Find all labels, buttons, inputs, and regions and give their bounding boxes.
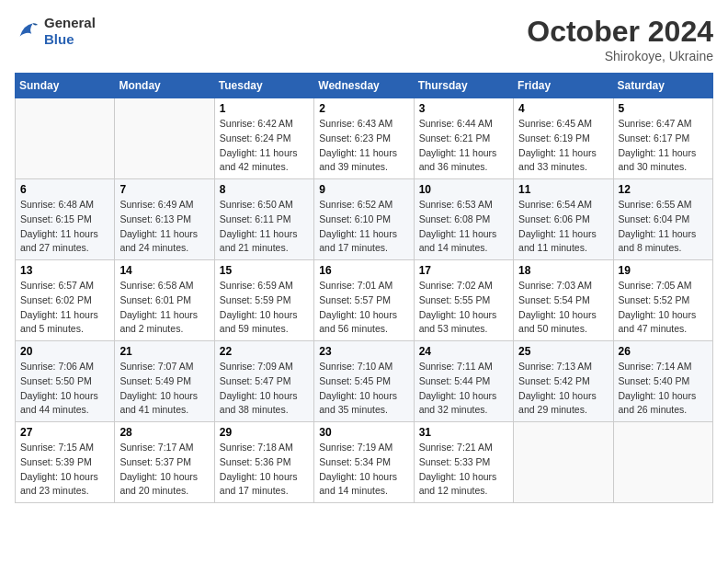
calendar-cell: 15Sunrise: 6:59 AM Sunset: 5:59 PM Dayli…	[214, 260, 313, 341]
calendar-cell: 9Sunrise: 6:52 AM Sunset: 6:10 PM Daylig…	[314, 179, 414, 260]
day-info: Sunrise: 7:07 AM Sunset: 5:49 PM Dayligh…	[119, 360, 209, 418]
calendar-week-row: 20Sunrise: 7:06 AM Sunset: 5:50 PM Dayli…	[16, 341, 713, 422]
day-number: 3	[419, 102, 508, 115]
day-number: 8	[220, 183, 309, 196]
day-number: 14	[119, 264, 209, 277]
day-info: Sunrise: 6:42 AM Sunset: 6:24 PM Dayligh…	[220, 117, 309, 175]
day-info: Sunrise: 6:44 AM Sunset: 6:21 PM Dayligh…	[419, 117, 508, 175]
day-info: Sunrise: 6:55 AM Sunset: 6:04 PM Dayligh…	[619, 198, 708, 256]
calendar-cell: 18Sunrise: 7:03 AM Sunset: 5:54 PM Dayli…	[514, 260, 613, 341]
day-info: Sunrise: 7:21 AM Sunset: 5:33 PM Dayligh…	[419, 441, 508, 499]
day-number: 11	[518, 183, 608, 196]
day-info: Sunrise: 6:47 AM Sunset: 6:17 PM Dayligh…	[619, 117, 708, 175]
calendar-cell: 11Sunrise: 6:54 AM Sunset: 6:06 PM Dayli…	[514, 179, 613, 260]
day-info: Sunrise: 7:09 AM Sunset: 5:47 PM Dayligh…	[220, 360, 309, 418]
day-number: 18	[518, 264, 608, 277]
day-number: 25	[518, 345, 608, 358]
day-number: 24	[419, 345, 508, 358]
calendar-cell: 21Sunrise: 7:07 AM Sunset: 5:49 PM Dayli…	[115, 341, 214, 422]
day-number: 31	[419, 426, 508, 439]
calendar-week-row: 1Sunrise: 6:42 AM Sunset: 6:24 PM Daylig…	[16, 98, 713, 179]
day-number: 28	[119, 426, 209, 439]
day-info: Sunrise: 7:14 AM Sunset: 5:40 PM Dayligh…	[619, 360, 708, 418]
day-number: 26	[619, 345, 708, 358]
calendar-cell: 20Sunrise: 7:06 AM Sunset: 5:50 PM Dayli…	[16, 341, 115, 422]
calendar-week-row: 27Sunrise: 7:15 AM Sunset: 5:39 PM Dayli…	[16, 422, 713, 503]
header-day: Sunday	[16, 74, 115, 98]
calendar-cell: 4Sunrise: 6:45 AM Sunset: 6:19 PM Daylig…	[514, 98, 613, 179]
day-info: Sunrise: 7:03 AM Sunset: 5:54 PM Dayligh…	[518, 279, 608, 337]
day-info: Sunrise: 6:43 AM Sunset: 6:23 PM Dayligh…	[319, 117, 408, 175]
day-number: 1	[220, 102, 309, 115]
header-row: SundayMondayTuesdayWednesdayThursdayFrid…	[16, 74, 713, 98]
day-number: 5	[619, 102, 708, 115]
calendar-cell	[16, 98, 115, 179]
calendar-cell: 14Sunrise: 6:58 AM Sunset: 6:01 PM Dayli…	[115, 260, 214, 341]
day-info: Sunrise: 6:53 AM Sunset: 6:08 PM Dayligh…	[419, 198, 508, 256]
calendar-body: 1Sunrise: 6:42 AM Sunset: 6:24 PM Daylig…	[16, 98, 713, 503]
title-block: October 2024 Shirokoye, Ukraine	[527, 15, 713, 63]
day-number: 2	[319, 102, 408, 115]
calendar-table: SundayMondayTuesdayWednesdayThursdayFrid…	[15, 73, 713, 503]
day-info: Sunrise: 7:13 AM Sunset: 5:42 PM Dayligh…	[518, 360, 608, 418]
calendar-cell: 22Sunrise: 7:09 AM Sunset: 5:47 PM Dayli…	[214, 341, 313, 422]
calendar-cell	[613, 422, 712, 503]
day-info: Sunrise: 7:02 AM Sunset: 5:55 PM Dayligh…	[419, 279, 508, 337]
day-number: 4	[518, 102, 608, 115]
calendar-cell: 30Sunrise: 7:19 AM Sunset: 5:34 PM Dayli…	[314, 422, 414, 503]
calendar-week-row: 13Sunrise: 6:57 AM Sunset: 6:02 PM Dayli…	[16, 260, 713, 341]
calendar-cell: 23Sunrise: 7:10 AM Sunset: 5:45 PM Dayli…	[314, 341, 414, 422]
day-info: Sunrise: 6:57 AM Sunset: 6:02 PM Dayligh…	[20, 279, 109, 337]
day-number: 10	[419, 183, 508, 196]
day-info: Sunrise: 7:05 AM Sunset: 5:52 PM Dayligh…	[619, 279, 708, 337]
header-day: Thursday	[414, 74, 513, 98]
day-info: Sunrise: 7:01 AM Sunset: 5:57 PM Dayligh…	[319, 279, 408, 337]
day-number: 27	[20, 426, 109, 439]
day-number: 12	[619, 183, 708, 196]
calendar-cell: 7Sunrise: 6:49 AM Sunset: 6:13 PM Daylig…	[115, 179, 214, 260]
calendar-cell: 5Sunrise: 6:47 AM Sunset: 6:17 PM Daylig…	[613, 98, 712, 179]
day-number: 13	[20, 264, 109, 277]
calendar-cell: 28Sunrise: 7:17 AM Sunset: 5:37 PM Dayli…	[115, 422, 214, 503]
header-day: Tuesday	[214, 74, 313, 98]
day-info: Sunrise: 6:50 AM Sunset: 6:11 PM Dayligh…	[220, 198, 309, 256]
month-title: October 2024	[527, 15, 713, 49]
calendar-cell: 24Sunrise: 7:11 AM Sunset: 5:44 PM Dayli…	[414, 341, 513, 422]
calendar-cell: 12Sunrise: 6:55 AM Sunset: 6:04 PM Dayli…	[613, 179, 712, 260]
day-info: Sunrise: 6:52 AM Sunset: 6:10 PM Dayligh…	[319, 198, 408, 256]
day-info: Sunrise: 6:49 AM Sunset: 6:13 PM Dayligh…	[119, 198, 209, 256]
calendar-cell: 1Sunrise: 6:42 AM Sunset: 6:24 PM Daylig…	[214, 98, 313, 179]
day-info: Sunrise: 6:45 AM Sunset: 6:19 PM Dayligh…	[518, 117, 608, 175]
day-info: Sunrise: 7:19 AM Sunset: 5:34 PM Dayligh…	[319, 441, 408, 499]
day-number: 7	[119, 183, 209, 196]
header-day: Saturday	[613, 74, 712, 98]
header-day: Wednesday	[314, 74, 414, 98]
calendar-cell: 16Sunrise: 7:01 AM Sunset: 5:57 PM Dayli…	[314, 260, 414, 341]
day-number: 22	[220, 345, 309, 358]
calendar-week-row: 6Sunrise: 6:48 AM Sunset: 6:15 PM Daylig…	[16, 179, 713, 260]
page-header: General Blue October 2024 Shirokoye, Ukr…	[15, 15, 713, 63]
day-info: Sunrise: 7:11 AM Sunset: 5:44 PM Dayligh…	[419, 360, 508, 418]
calendar-cell: 19Sunrise: 7:05 AM Sunset: 5:52 PM Dayli…	[613, 260, 712, 341]
calendar-cell: 31Sunrise: 7:21 AM Sunset: 5:33 PM Dayli…	[414, 422, 513, 503]
calendar-cell: 17Sunrise: 7:02 AM Sunset: 5:55 PM Dayli…	[414, 260, 513, 341]
day-info: Sunrise: 7:15 AM Sunset: 5:39 PM Dayligh…	[20, 441, 109, 499]
calendar-cell: 13Sunrise: 6:57 AM Sunset: 6:02 PM Dayli…	[16, 260, 115, 341]
day-info: Sunrise: 7:18 AM Sunset: 5:36 PM Dayligh…	[220, 441, 309, 499]
header-day: Friday	[514, 74, 613, 98]
day-number: 17	[419, 264, 508, 277]
calendar-cell: 10Sunrise: 6:53 AM Sunset: 6:08 PM Dayli…	[414, 179, 513, 260]
day-info: Sunrise: 7:10 AM Sunset: 5:45 PM Dayligh…	[319, 360, 408, 418]
day-info: Sunrise: 6:58 AM Sunset: 6:01 PM Dayligh…	[119, 279, 209, 337]
logo-icon	[15, 18, 40, 44]
calendar-cell: 25Sunrise: 7:13 AM Sunset: 5:42 PM Dayli…	[514, 341, 613, 422]
day-info: Sunrise: 6:59 AM Sunset: 5:59 PM Dayligh…	[220, 279, 309, 337]
day-number: 30	[319, 426, 408, 439]
calendar-cell	[514, 422, 613, 503]
day-info: Sunrise: 7:06 AM Sunset: 5:50 PM Dayligh…	[20, 360, 109, 418]
calendar-cell	[115, 98, 214, 179]
location: Shirokoye, Ukraine	[527, 49, 713, 63]
calendar-cell: 26Sunrise: 7:14 AM Sunset: 5:40 PM Dayli…	[613, 341, 712, 422]
calendar-cell: 27Sunrise: 7:15 AM Sunset: 5:39 PM Dayli…	[16, 422, 115, 503]
day-number: 29	[220, 426, 309, 439]
